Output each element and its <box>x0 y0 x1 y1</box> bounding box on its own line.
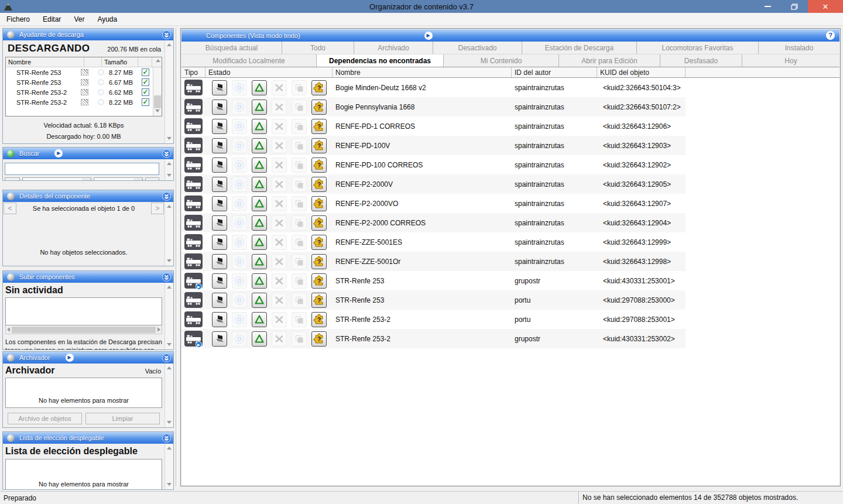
cd-status-button[interactable] <box>232 138 247 153</box>
help-button[interactable]: ? <box>826 31 835 40</box>
missing-dependency-button[interactable]: ? <box>311 138 327 153</box>
payware-box-button[interactable] <box>292 119 307 134</box>
installed-from-dls-button[interactable] <box>212 100 227 115</box>
table-row[interactable]: ? RENFE-P2-2000 CORREOS spaintrainzrutas… <box>181 213 686 232</box>
modified-tools-button[interactable] <box>272 100 287 115</box>
col-estado[interactable]: Estado <box>205 67 333 77</box>
installed-from-dls-button[interactable] <box>212 331 227 347</box>
modified-tools-button[interactable] <box>272 235 287 250</box>
panel-search-header[interactable]: Buscar ▶ <box>3 148 173 159</box>
installed-from-dls-button[interactable] <box>212 273 227 289</box>
close-button[interactable]: ✕ <box>808 0 843 13</box>
play-icon[interactable]: ▶ <box>54 149 63 157</box>
restore-button[interactable] <box>781 0 808 13</box>
enabled-checkbox[interactable]: ✓ <box>142 78 149 86</box>
installed-from-dls-button[interactable] <box>212 196 227 211</box>
table-row[interactable]: ? RENFE-P2-2000V spaintrainzrutas <kuid:… <box>181 174 686 194</box>
download-queue-row[interactable]: STR-Renfe 253 8.27 MB ✓ <box>6 67 153 77</box>
tab-2-0[interactable]: Modificado Localmente <box>181 54 317 67</box>
payware-box-button[interactable] <box>292 254 307 269</box>
missing-dependency-button[interactable]: ? <box>311 312 327 327</box>
cd-status-button[interactable] <box>232 196 247 211</box>
modified-tools-button[interactable] <box>272 215 287 231</box>
download-station-button[interactable] <box>252 235 267 250</box>
tab-1-6[interactable]: Instalado <box>759 42 839 54</box>
missing-dependency-button[interactable]: ? <box>311 331 327 347</box>
payware-box-button[interactable] <box>292 273 307 289</box>
col-blank1[interactable] <box>84 57 102 67</box>
missing-dependency-button[interactable]: ? <box>311 293 327 308</box>
download-station-button[interactable] <box>252 312 267 327</box>
table-row[interactable]: ? RENFE-P2-2000VO spaintrainzrutas <kuid… <box>181 194 686 213</box>
modified-tools-button[interactable] <box>272 312 287 327</box>
missing-dependency-button[interactable]: ? <box>311 273 327 289</box>
missing-dependency-button[interactable]: ? <box>311 254 327 269</box>
table-row[interactable]: ? STR-Renfe 253 portu <kuid:297088:25300… <box>181 290 686 310</box>
cd-status-button[interactable] <box>232 293 247 308</box>
cd-status-button[interactable] <box>232 254 247 269</box>
payware-box-button[interactable] <box>292 138 307 153</box>
modified-tools-button[interactable] <box>272 331 287 347</box>
col-nombre[interactable]: Nombre <box>6 57 84 67</box>
modified-tools-button[interactable] <box>272 273 287 289</box>
next-object-button[interactable]: > <box>151 203 164 214</box>
modified-tools-button[interactable] <box>272 254 287 269</box>
modified-tools-button[interactable] <box>272 293 287 308</box>
installed-from-dls-button[interactable] <box>212 312 227 327</box>
table-row[interactable]: ? STR-Renfe 253-2 portu <kuid:297088:253… <box>181 310 686 329</box>
cd-status-button[interactable] <box>232 119 247 134</box>
menu-fichero[interactable]: Fichero <box>0 13 36 26</box>
collapse-chevron-icon[interactable] <box>162 434 171 443</box>
payware-box-button[interactable] <box>292 312 307 327</box>
filter-field-dropdown[interactable]: Dependencias falt: <box>22 177 91 180</box>
installed-from-dls-button[interactable] <box>212 138 227 153</box>
panel-archiver-header[interactable]: Archivador ▶ <box>3 352 173 364</box>
missing-dependency-button[interactable]: ? <box>311 196 327 211</box>
panel-scrollbar[interactable] <box>165 283 173 349</box>
tab-1-5[interactable]: Locomotoras Favoritas <box>637 42 759 54</box>
cd-status-button[interactable] <box>232 80 247 95</box>
download-queue-row[interactable]: STR-Renfe 253 6.67 MB ✓ <box>6 77 153 87</box>
table-row[interactable]: ? RENFE-PD-100V spaintrainzrutas <kuid:3… <box>181 136 686 155</box>
col-kuid[interactable]: KUID del objeto <box>597 67 686 77</box>
tab-2-3[interactable]: Abrir para Edición <box>559 54 660 67</box>
scroll-left-icon[interactable] <box>7 327 10 332</box>
panel-details-header[interactable]: Detalles del componente <box>3 190 173 202</box>
table-row[interactable]: ? RENFE-ZZE-5001ES spaintrainzrutas <kui… <box>181 232 686 252</box>
enabled-checkbox[interactable]: ✓ <box>142 88 149 96</box>
tab-2-5[interactable]: Hoy <box>742 54 839 67</box>
panel-scrollbar[interactable] <box>165 364 173 427</box>
scroll-down-icon[interactable] <box>155 109 160 112</box>
table-row[interactable]: ? RENFE-PD-1 CORREOS spaintrainzrutas <k… <box>181 116 686 136</box>
installed-from-dls-button[interactable] <box>212 119 227 134</box>
panel-picklist-header[interactable]: Lista de elección desplegable <box>3 432 173 444</box>
filter-value-dropdown[interactable]: VERDADER <box>94 177 143 180</box>
payware-box-button[interactable] <box>292 100 307 115</box>
archive-objects-button[interactable]: Archivo de objetos <box>8 413 82 424</box>
table-row[interactable]: ? STR-Renfe 253-2 grupostr <kuid:430331:… <box>181 329 686 348</box>
download-station-button[interactable] <box>252 177 267 192</box>
panel-scrollbar[interactable] <box>165 40 173 143</box>
payware-box-button[interactable] <box>292 196 307 211</box>
installed-from-dls-button[interactable] <box>212 293 227 308</box>
table-row[interactable]: ? Bogie Pennsylvania 1668 spaintrainzrut… <box>181 97 686 116</box>
collapse-chevron-icon[interactable] <box>162 192 171 201</box>
download-queue-row[interactable]: STR-Renfe 253-2 6.62 MB ✓ <box>6 87 153 97</box>
payware-box-button[interactable] <box>292 157 307 173</box>
payware-box-button[interactable] <box>292 215 307 231</box>
modified-tools-button[interactable] <box>272 157 287 173</box>
clear-button[interactable]: Limpiar <box>85 413 160 424</box>
tab-1-3[interactable]: Desactivado <box>433 42 522 54</box>
modified-tools-button[interactable] <box>272 80 287 95</box>
panel-upload-header[interactable]: Subir componentes <box>3 271 173 283</box>
cd-status-button[interactable] <box>232 177 247 192</box>
download-station-button[interactable] <box>252 80 267 95</box>
upload-hscrollbar[interactable] <box>5 325 162 334</box>
collapse-chevron-icon[interactable] <box>162 30 171 39</box>
scroll-up-icon[interactable] <box>156 59 160 62</box>
cd-status-button[interactable] <box>232 100 247 115</box>
download-station-button[interactable] <box>252 119 267 134</box>
payware-box-button[interactable] <box>292 293 307 308</box>
download-station-button[interactable] <box>252 196 267 211</box>
tab-1-2[interactable]: Archivado <box>354 42 433 54</box>
